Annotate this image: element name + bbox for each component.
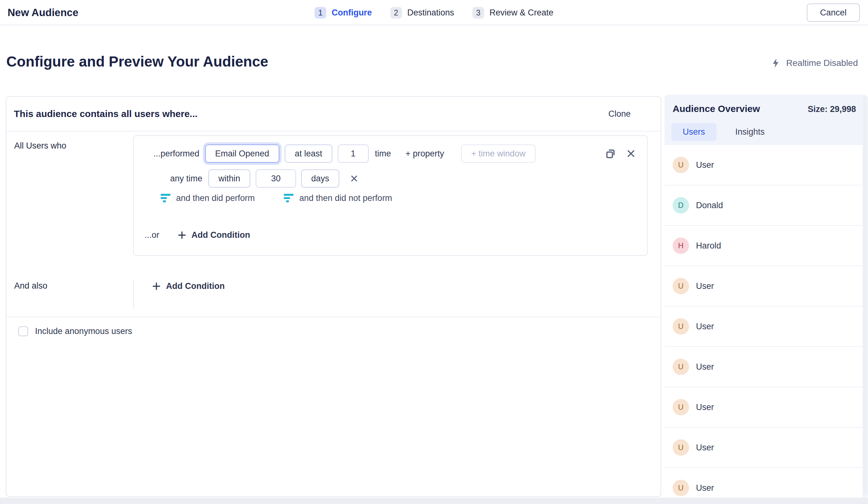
list-item[interactable]: UUser [664,266,862,306]
event-select[interactable]: Email Opened [205,145,279,163]
then-did-perform[interactable]: and then did perform [161,193,255,203]
condition-panel: ...performed Email Opened at least time … [133,135,648,256]
top-bar: New Audience 1Configure2Destinations3Rev… [0,0,868,25]
page-heading: Configure and Preview Your Audience [6,53,268,70]
user-name: User [696,402,714,412]
lightning-icon [772,58,780,68]
step-label: Review & Create [489,8,554,18]
plus-icon [152,282,161,291]
condition-row-event: ...performed Email Opened at least time … [134,144,647,163]
sequence-options-row: and then did perform and then did not pe… [134,192,647,204]
include-anonymous-label: Include anonymous users [35,326,132,336]
list-item[interactable]: UUser [664,468,862,498]
user-name: User [696,322,714,332]
card-header: This audience contains all users where..… [6,97,661,132]
filter-icon [161,193,170,203]
duplicate-condition-button[interactable] [604,147,617,160]
add-condition-button-2[interactable]: Add Condition [152,279,225,293]
audience-builder-card: This audience contains all users where..… [6,96,661,497]
and-also-label: And also [14,281,47,291]
any-time-label: any time [170,174,202,183]
list-item[interactable]: UUser [664,428,862,468]
then-did-perform-label: and then did perform [176,193,255,203]
user-name: Harold [696,241,721,251]
count-input[interactable] [338,145,369,163]
list-item[interactable]: UUser [664,387,862,428]
user-name: User [696,443,714,453]
step-label: Destinations [407,8,454,18]
list-item[interactable]: UUser [664,347,862,387]
step-number: 2 [390,7,402,19]
group-label: All Users who [14,141,66,151]
step-configure[interactable]: 1Configure [315,7,372,19]
then-did-not-perform-label: and then did not perform [299,193,392,203]
window-count-input[interactable] [256,169,296,188]
filter-icon [284,193,293,203]
plus-icon [178,231,186,239]
user-list: UUserDDonaldHHaroldUUserUUserUUserUUserU… [664,145,862,498]
avatar: U [673,157,689,173]
or-label: ...or [145,230,159,240]
list-item[interactable]: UUser [664,306,862,347]
audience-overview-panel: Audience Overview Size: 29,998 UsersInsi… [664,95,868,498]
avatar: D [673,197,689,213]
cancel-button[interactable]: Cancel [807,3,860,22]
remove-condition-button[interactable] [626,149,636,158]
list-item[interactable]: UUser [664,145,862,186]
step-label: Configure [332,8,372,18]
user-name: User [696,160,714,170]
within-select[interactable]: within [208,169,250,188]
include-anonymous-checkbox[interactable] [18,326,28,336]
then-did-not-perform[interactable]: and then did not perform [284,193,392,203]
avatar: U [673,439,689,456]
condition-row-timewindow: any time within days [134,169,647,188]
remove-time-window-button[interactable] [350,175,358,182]
avatar: U [673,359,689,375]
avatar: U [673,480,689,496]
and-also-divider [133,280,134,309]
anonymous-users-row: Include anonymous users [18,326,132,336]
add-property-link[interactable]: + property [406,149,444,159]
copy-icon [604,147,617,160]
add-condition-label: Add Condition [192,230,250,240]
time-label: time [375,149,391,159]
list-item[interactable]: DDonald [664,186,862,226]
avatar: U [673,278,689,294]
list-item[interactable]: HHarold [664,226,862,266]
avatar: U [673,399,689,416]
card-title: This audience contains all users where..… [14,108,198,119]
add-condition-button[interactable]: Add Condition [178,230,250,240]
avatar: U [673,318,689,335]
add-time-window-button[interactable]: + time window [461,145,536,163]
window-unit-select[interactable]: days [301,169,339,188]
user-name: User [696,362,714,372]
close-icon [350,175,358,182]
realtime-label: Realtime Disabled [786,58,858,68]
avatar: H [673,238,689,254]
user-name: User [696,483,714,493]
tab-insights[interactable]: Insights [724,123,776,141]
overview-title: Audience Overview [673,103,760,114]
tab-users[interactable]: Users [671,123,716,141]
or-row: ...or Add Condition [134,228,647,242]
step-number: 1 [315,7,327,19]
step-destinations[interactable]: 2Destinations [390,7,454,19]
add-condition-label-2: Add Condition [166,281,225,291]
performed-label: ...performed [153,149,199,159]
page-title: New Audience [8,0,78,25]
audience-size: Size: 29,998 [808,104,856,114]
horizontal-scrollbar-track[interactable] [0,498,868,504]
step-number: 3 [473,7,484,19]
overview-tabs: UsersInsights [671,123,776,141]
step-review-create[interactable]: 3Review & Create [473,7,554,19]
user-list-scrollbar[interactable] [862,96,867,495]
section-divider [6,317,661,317]
user-name: User [696,281,714,291]
clone-button[interactable]: Clone [608,109,631,119]
realtime-status: Realtime Disabled [772,58,858,68]
stepper: 1Configure2Destinations3Review & Create [315,0,554,25]
operator-select[interactable]: at least [285,145,332,163]
close-icon [626,149,636,158]
user-name: Donald [696,201,723,210]
